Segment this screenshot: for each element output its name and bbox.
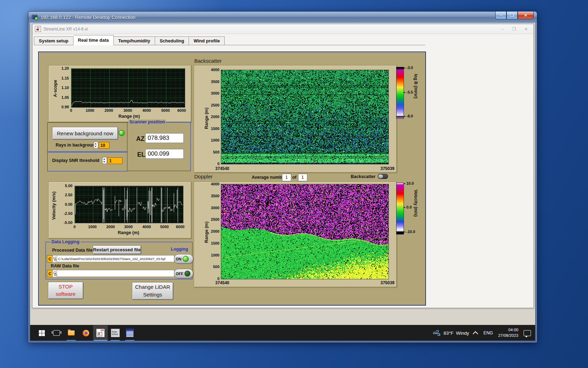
rdp-window: 192.168.0.122 - Remote Desktop Connectio… [28, 11, 537, 343]
backscatter-heatmap [221, 70, 389, 164]
tab-real-time-data[interactable]: Real time data [74, 35, 114, 45]
of-label: of [292, 175, 296, 180]
logging-on-led [183, 256, 189, 262]
folder-icon [68, 330, 75, 335]
streamline-xr-icon: XR [96, 329, 105, 337]
clock[interactable]: 04:00 27/08/2023 [498, 327, 518, 338]
ascope-graph-frame: A-scope 1.20 1.15 1.10 1.05 0.99 [48, 65, 191, 122]
backscatter-graph-frame: Range (m) 4000 3500 3000 2500 2000 1500 … [194, 65, 397, 173]
restart-processed-file-button[interactable]: Restart processed file [93, 245, 141, 254]
language-indicator[interactable]: ENG [483, 330, 493, 335]
doppler-plot-title: Doppler [194, 173, 213, 179]
labview-body: System setup Real time data Temp/humidit… [33, 34, 533, 308]
tab-wind-profile[interactable]: Wind profile [189, 36, 225, 45]
backscatter-plot-title: Backscatter [194, 58, 222, 64]
backscatter-colorbar [396, 67, 404, 119]
start-button[interactable] [34, 325, 49, 341]
raw-drive-box[interactable]: C [47, 270, 53, 277]
logging-off-led [184, 271, 190, 277]
weather-widget[interactable]: 83°F Windy [433, 330, 469, 336]
processed-drive-box[interactable]: C [47, 255, 53, 263]
rays-label: Rays in background [56, 143, 97, 148]
average-number-field[interactable]: 1 [282, 173, 291, 181]
backscatter-yticks: 4000 3500 3000 2500 2000 1500 1000 500 0 [206, 68, 219, 166]
stop-software-button[interactable]: STOPsoftware [48, 282, 83, 299]
snr-value-field[interactable]: 1 [107, 157, 122, 164]
labview-window: StreamLine XR v14-6.vi – ❐ ✕ System setu… [32, 24, 534, 308]
task-view-button[interactable] [49, 325, 64, 341]
notifications-icon[interactable] [524, 330, 531, 336]
system-tray: 83°F Windy ENG 04:00 27/08/2023 [433, 327, 531, 338]
close-button[interactable]: ✕ [518, 12, 534, 19]
rays-stepper[interactable] [93, 142, 98, 149]
minimize-button[interactable]: – [495, 12, 506, 19]
tab-temp-humidity[interactable]: Temp/humidity [114, 36, 155, 45]
velocity-yticks: 5.00 2.50 0.00 -2.50 -5.00 [57, 184, 72, 225]
minimize-icon[interactable]: – [501, 27, 504, 32]
scan-scheduler-icon: Scan sched [111, 329, 120, 337]
tab-bar: System setup Real time data Temp/humidit… [34, 36, 225, 45]
logging-on-toggle[interactable]: ON [174, 254, 193, 264]
doppler-colorbar-label: Velocity (m/s) [413, 190, 418, 232]
file-explorer-button[interactable] [64, 325, 78, 341]
velocity-xlabel: Range (m) [100, 230, 156, 235]
desktop: 192.168.0.122 - Remote Desktop Connectio… [0, 0, 588, 368]
rays-value-field[interactable]: 10 [99, 142, 110, 149]
rdp-title: 192.168.0.122 - Remote Desktop Connectio… [41, 15, 135, 20]
ascope-yticks: 1.20 1.15 1.10 1.05 0.99 [56, 66, 69, 109]
snr-stepper[interactable] [102, 157, 107, 164]
doppler-colorbar [396, 183, 404, 234]
rdp-window-controls: – ❐ ✕ [495, 12, 534, 19]
tab-scheduling[interactable]: Scheduling [155, 36, 189, 45]
labview-titlebar[interactable]: StreamLine XR v14-6.vi [33, 24, 533, 34]
labview-window-controls: – ❐ ✕ [501, 24, 528, 34]
az-value: 078.983 [145, 133, 184, 143]
backscatter-x-end: 375039 [375, 166, 400, 171]
data-logging-label: Data Logging [50, 239, 80, 244]
streamline-xr-button[interactable]: XR [93, 325, 108, 341]
renew-background-button[interactable]: Renew background now [52, 127, 118, 139]
doppler-x-end: 375039 [375, 280, 400, 285]
clock-date: 27/08/2023 [498, 333, 518, 339]
main-panel: Backscatter A-scope 1.20 1.15 1.10 1.05 … [38, 52, 426, 306]
labview-app-icon [35, 26, 41, 32]
ascope-xlabel: Range (m) [101, 114, 157, 119]
backscatter-colorbar-label: log B (/m/sr) [413, 74, 418, 116]
scan-scheduler-button[interactable]: Scan sched [108, 325, 122, 341]
maximize-button[interactable]: ❐ [506, 12, 518, 19]
ascope-plot [71, 68, 185, 108]
backscatter-toggle-label: Backscatter [351, 174, 376, 179]
logging-off-toggle[interactable]: OFF [174, 269, 193, 278]
close-icon[interactable]: ✕ [524, 27, 528, 32]
blue-app-icon [126, 329, 134, 337]
backscatter-toggle[interactable] [378, 174, 388, 179]
firefox-button[interactable] [78, 325, 93, 341]
wind-icon [433, 330, 441, 336]
weather-condition: Windy [456, 330, 469, 336]
average-number-label: Average number [252, 175, 286, 180]
scanner-position-box [127, 122, 191, 171]
velocity-graph-frame: Velocity (m/s) 5.00 2.50 0.00 -2.50 -5.0… [48, 182, 191, 239]
tab-system-setup[interactable]: System setup [34, 36, 74, 45]
logging-label: Logging [170, 247, 189, 252]
renew-led [119, 130, 125, 136]
weather-temp: 83°F [443, 330, 454, 336]
az-label: AZ [136, 135, 145, 143]
restore-icon[interactable]: ❐ [512, 27, 516, 32]
average-total-field[interactable]: 1 [298, 173, 307, 181]
raw-path-field[interactable] [57, 270, 174, 277]
tray-chevron-icon[interactable] [473, 331, 478, 336]
rdp-icon [32, 15, 38, 20]
raw-data-file-label: RAW Data file [51, 264, 79, 268]
doppler-yticks: 4000 3500 3000 2500 2000 1500 1000 500 0 [206, 182, 219, 281]
rdp-titlebar[interactable]: 192.168.0.122 - Remote Desktop Connectio… [28, 12, 537, 23]
remote-session: StreamLine XR v14-6.vi – ❐ ✕ System setu… [30, 23, 535, 341]
processed-path-field[interactable]: C:\Lidar\Data\Proc\2023\202308\20230827\… [57, 255, 174, 262]
processed-data-file-label: Processed Data file [52, 248, 92, 253]
doppler-x-start: 374540 [210, 280, 235, 285]
snr-label: Display SNR threshold [52, 158, 99, 163]
blue-app-button[interactable] [122, 325, 137, 341]
doppler-graph-frame: Range (m) 4000 3500 3000 2500 2000 1500 … [194, 182, 397, 287]
change-lidar-settings-button[interactable]: Change LiDARSettings [132, 282, 173, 300]
backscatter-x-start: 374540 [210, 166, 235, 171]
